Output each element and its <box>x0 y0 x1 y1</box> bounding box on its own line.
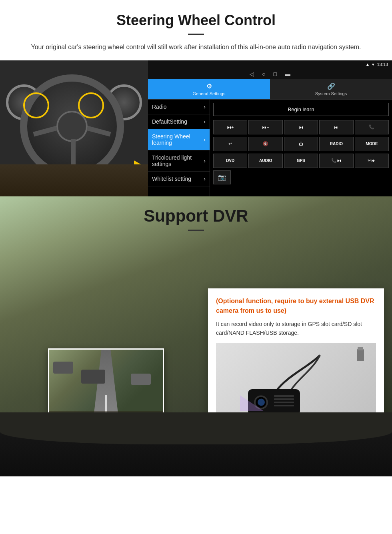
usb-plug <box>357 349 364 361</box>
car-3 <box>131 374 151 385</box>
ctrl-mute[interactable]: 🔇 <box>248 137 282 151</box>
light-beam <box>240 395 264 411</box>
control-grid-row1: ⏮+ ⏮− ⏮ ⏭ 📞 <box>213 120 389 134</box>
dashboard-bg <box>0 164 148 196</box>
power-icon: ⏻ <box>299 142 303 146</box>
recent-nav-icon[interactable]: □ <box>274 71 277 77</box>
menu-item-default[interactable]: DefaultSetting › <box>148 114 210 129</box>
spoke-bottom <box>71 139 76 167</box>
cut-next-icon: ✂⏭ <box>368 158 376 163</box>
mute-icon: 🔇 <box>263 141 268 146</box>
vol-up-icon: ⏮+ <box>227 125 234 130</box>
steering-wheel <box>20 74 124 178</box>
yellow-circle-right <box>78 92 104 118</box>
vol-down-icon: ⏮− <box>262 125 269 130</box>
tab-system-settings[interactable]: 🔗 System Settings <box>270 79 392 99</box>
steering-photo <box>0 60 148 196</box>
dvr-title: Support DVR <box>0 206 392 226</box>
ctrl-mode[interactable]: MODE <box>355 137 389 151</box>
dash-curve <box>0 412 392 444</box>
menu-item-steering[interactable]: Steering Wheel learning › <box>148 129 210 150</box>
ctrl-radio[interactable]: RADIO <box>319 137 353 151</box>
title-divider <box>188 34 204 35</box>
nav-bar[interactable]: ◁ ○ □ ▬ <box>148 69 392 79</box>
yellow-circle-left <box>23 92 49 118</box>
menu-item-radio[interactable]: Radio › <box>148 100 210 114</box>
gps-label: GPS <box>297 158 305 163</box>
phone-icon: 📞 <box>369 124 374 130</box>
system-icon: 🔗 <box>327 82 335 90</box>
ctrl-next[interactable]: ⏭ <box>319 120 353 134</box>
menu-item-tricolour[interactable]: Tricoloured light settings › <box>148 150 210 172</box>
vent-1 <box>274 395 294 397</box>
chevron-right-icon-4: › <box>204 158 206 164</box>
menu-left: Radio › DefaultSetting › Steering Wheel … <box>148 100 210 196</box>
vent-3 <box>274 402 294 403</box>
steering-subtitle: Your original car's steering wheel contr… <box>24 42 368 52</box>
steering-title: Steering Wheel Control <box>16 12 376 29</box>
car-2 <box>81 370 105 384</box>
prev-icon: ⏮ <box>299 125 303 130</box>
home-nav-icon[interactable]: ○ <box>262 71 265 77</box>
menu-whitelist-label: Whitelist setting <box>152 176 191 182</box>
ctrl-hang[interactable]: ↩ <box>213 137 247 151</box>
status-time: 13:13 <box>377 62 388 67</box>
menu-radio-label: Radio <box>152 104 167 110</box>
wifi-icon: ▾ <box>372 62 374 67</box>
mode-label: MODE <box>366 142 378 146</box>
menu-default-label: DefaultSetting <box>152 118 187 125</box>
menu-tricolour-label: Tricoloured light settings <box>152 154 204 167</box>
chevron-right-icon-3: › <box>204 136 206 143</box>
menu-item-whitelist[interactable]: Whitelist setting › <box>148 172 210 186</box>
ctrl-cut-next[interactable]: ✂⏭ <box>355 154 389 168</box>
status-bar: ▲ ▾ 13:13 <box>148 60 392 69</box>
tab-system-label: System Settings <box>315 91 347 96</box>
dvr-section: Support DVR (Optional function, require … <box>0 196 392 476</box>
back-nav-icon[interactable]: ◁ <box>250 71 254 77</box>
ctrl-dvd[interactable]: DVD <box>213 154 247 168</box>
control-grid-row4: 📷 <box>213 170 389 184</box>
car-1 <box>53 362 73 374</box>
menu-steering-label: Steering Wheel learning <box>152 133 204 146</box>
tabs-row: ⚙ General Settings 🔗 System Settings <box>148 79 392 100</box>
ctrl-phone[interactable]: 📞 <box>355 120 389 134</box>
spoke-right <box>86 126 111 136</box>
android-panel: ▲ ▾ 13:13 ◁ ○ □ ▬ ⚙ General Settings 🔗 S… <box>148 60 392 196</box>
ctrl-power[interactable]: ⏻ <box>284 137 318 151</box>
ctrl-dvr[interactable]: 📷 <box>213 170 231 184</box>
radio-label: RADIO <box>330 142 343 146</box>
menu-right: Begin learn ⏮+ ⏮− ⏮ ⏭ 📞 ↩ 🔇 ⏻ RADIO MODE <box>210 100 392 196</box>
vent-2 <box>274 398 294 400</box>
gear-icon: ⚙ <box>206 82 212 90</box>
ctrl-audio[interactable]: AUDIO <box>248 154 282 168</box>
dvd-label: DVD <box>226 158 234 163</box>
vent-4 <box>274 405 294 406</box>
ctrl-phone-prev[interactable]: 📞⏮ <box>319 154 353 168</box>
chevron-right-icon-5: › <box>204 176 206 182</box>
usb-head <box>358 347 363 350</box>
chevron-right-icon-2: › <box>204 118 206 125</box>
ctrl-gps[interactable]: GPS <box>284 154 318 168</box>
tab-general-settings[interactable]: ⚙ General Settings <box>148 79 270 99</box>
tab-general-label: General Settings <box>193 91 226 96</box>
dvr-divider <box>188 230 204 231</box>
phone-prev-icon: 📞⏮ <box>331 158 341 163</box>
menu-nav-icon[interactable]: ▬ <box>285 71 290 77</box>
chevron-right-icon: › <box>204 104 206 110</box>
control-grid-row2: ↩ 🔇 ⏻ RADIO MODE <box>213 137 389 151</box>
ctrl-vol-down[interactable]: ⏮− <box>248 120 282 134</box>
steering-section: Steering Wheel Control Your original car… <box>0 0 392 52</box>
steering-demo: ▲ ▾ 13:13 ◁ ○ □ ▬ ⚙ General Settings 🔗 S… <box>0 60 392 196</box>
dvr-card-title: (Optional function, require to buy exter… <box>216 296 376 316</box>
dvr-background: Support DVR (Optional function, require … <box>0 196 392 476</box>
begin-learn-button[interactable]: Begin learn <box>213 103 389 116</box>
ctrl-prev[interactable]: ⏮ <box>284 120 318 134</box>
vent-slits <box>274 395 294 406</box>
signal-icon: ▲ <box>366 62 370 67</box>
dvr-icon: 📷 <box>218 174 226 181</box>
menu-content: Radio › DefaultSetting › Steering Wheel … <box>148 100 392 196</box>
hang-icon: ↩ <box>228 141 232 146</box>
ctrl-vol-up[interactable]: ⏮+ <box>213 120 247 134</box>
dvr-title-area: Support DVR <box>0 196 392 235</box>
spoke-left <box>33 126 57 136</box>
